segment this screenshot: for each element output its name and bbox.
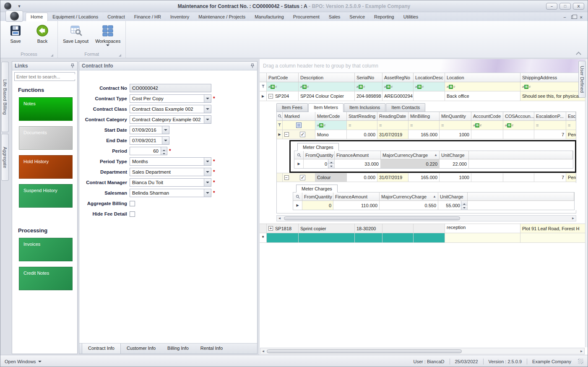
marked-checkbox-cell[interactable]: ✓ <box>290 173 315 182</box>
scroll-right-icon[interactable]: ► <box>571 216 575 220</box>
cell-minbilling[interactable]: 165.000 <box>408 173 440 182</box>
open-windows-button[interactable]: Open Windows <box>5 355 47 367</box>
new-cell-serialno[interactable] <box>355 233 382 242</box>
pin-icon[interactable] <box>70 63 75 68</box>
new-cell-location[interactable] <box>445 233 520 242</box>
column-header-cosaccount[interactable]: COSAccoun... <box>503 112 534 120</box>
period-spinner[interactable]: 60 <box>130 147 167 155</box>
start-date-picker[interactable]: 07/09/2016 <box>130 126 169 134</box>
dropdown-arrow-icon[interactable] <box>162 137 169 144</box>
cell-serialno[interactable]: 18-30200 <box>355 224 382 233</box>
column-header-readingdate[interactable]: ReadingDate <box>377 112 408 120</box>
cell-description[interactable]: Sprint copier <box>299 224 355 233</box>
documents-button[interactable]: Documents <box>19 126 73 150</box>
cell-metercode[interactable]: Mono <box>315 130 347 139</box>
column-header-location[interactable]: Location <box>445 73 520 82</box>
filter-cell-marked[interactable] <box>283 121 315 130</box>
mdi-restore-button[interactable] <box>571 16 575 19</box>
new-cell-partcode[interactable] <box>267 233 299 242</box>
filter-cell-escalationp[interactable]: = <box>534 121 566 130</box>
dropdown-arrow-icon[interactable] <box>204 189 211 197</box>
spin-buttons-icon[interactable] <box>328 159 334 168</box>
dropdown-arrow-icon[interactable] <box>204 168 211 176</box>
collapse-ribbon-icon[interactable] <box>576 52 581 55</box>
cell-location[interactable]: Back office <box>445 91 520 101</box>
tab-customer-info[interactable]: Customer Info <box>121 344 161 354</box>
cell-shippingaddress[interactable]: Should see this, for physical <box>520 91 588 101</box>
scrollbar-thumb[interactable] <box>284 216 460 220</box>
column-header-financeamount[interactable]: FinanceAmount <box>333 193 380 200</box>
marked-filter-checkbox[interactable] <box>296 122 302 128</box>
cell-majorcurrencycharge[interactable]: 0.220 <box>381 159 440 168</box>
cell-locationdesc[interactable] <box>414 224 445 233</box>
filter-cell-metercode[interactable]: aBc <box>315 121 347 130</box>
ribbon-tab-finance-hr[interactable]: Finance / HR <box>130 13 166 21</box>
marked-checkbox[interactable]: ✓ <box>300 132 305 137</box>
tab-item-meters[interactable]: Item Meters <box>308 103 343 112</box>
cell-accountcode[interactable] <box>471 130 503 139</box>
column-header-locationdesc[interactable]: LocationDesc <box>414 73 445 82</box>
scrollbar-thumb[interactable] <box>267 349 462 353</box>
cell-location[interactable]: reception <box>445 224 520 233</box>
new-cell-locationdesc[interactable] <box>414 233 445 242</box>
equipment-row-sp1818[interactable]: +SP1818 Sprint copier 18-30200 reception… <box>260 224 588 233</box>
cell-locationdesc[interactable] <box>414 91 445 101</box>
cell-minbilling[interactable]: 165.000 <box>408 130 440 139</box>
expand-row-icon[interactable]: + <box>268 226 273 231</box>
cell-escalationp[interactable]: 7 <box>534 173 566 182</box>
dropdown-arrow-icon[interactable] <box>204 105 211 113</box>
hold-history-button[interactable]: Hold History <box>19 155 73 179</box>
spin-buttons-icon[interactable] <box>161 147 167 155</box>
cell-cosaccount[interactable] <box>503 173 534 182</box>
suspend-history-button[interactable]: Suspend History <box>19 184 73 208</box>
pin-icon[interactable] <box>250 63 255 68</box>
cell-readingdate[interactable]: 31/07/2019 <box>377 173 408 182</box>
tab-meter-charges[interactable]: Meter Charges <box>297 143 339 151</box>
column-header-minquantity[interactable]: MinQuantity <box>440 112 471 120</box>
ribbon-tab-utilities[interactable]: Utilities <box>399 13 423 21</box>
cell-minquantity[interactable]: 1000 <box>440 173 471 182</box>
ribbon-tab-contract[interactable]: Contract <box>103 13 130 21</box>
save-button[interactable]: Save <box>4 23 27 44</box>
column-header-minbilling[interactable]: MinBilling <box>408 112 440 120</box>
filter-cell-cosaccount[interactable]: aBc <box>503 121 534 130</box>
contract-class-dropdown[interactable]: Contract Class Example 002 <box>130 105 211 113</box>
ribbon-tab-inventory[interactable]: Inventory <box>166 13 194 21</box>
cell-escalationp[interactable]: 7 <box>534 130 566 139</box>
dropdown-arrow-icon[interactable] <box>204 158 211 165</box>
filter-cell-shippingaddress[interactable]: aBc <box>520 82 588 91</box>
mdi-close-button[interactable]: × <box>580 15 583 20</box>
column-header-startreading[interactable]: StartReading <box>347 112 377 120</box>
column-header-esca[interactable]: Esca <box>566 112 576 120</box>
cell-shippingaddress[interactable]: Plot 91 Leaf Road, Forest H <box>520 224 588 233</box>
cell-cosaccount[interactable] <box>503 130 534 139</box>
dialog-launcher-icon[interactable] <box>119 54 121 57</box>
credit-notes-button[interactable]: Credit Notes <box>19 267 73 290</box>
tab-item-fees[interactable]: Item Fees <box>276 103 308 112</box>
column-header-financeamount[interactable]: FinanceAmount <box>335 151 381 159</box>
filter-cell-assetregno[interactable]: aBc <box>382 82 414 91</box>
maximize-button[interactable]: □ <box>559 3 571 10</box>
links-search-input[interactable] <box>16 74 76 79</box>
filter-cell-minquantity[interactable]: = <box>440 121 471 130</box>
column-header-majorcurrencycharge[interactable]: MajorCurrencyCharge▲ <box>380 193 438 200</box>
invoices-button[interactable]: Invoices <box>19 238 73 261</box>
search-icon[interactable] <box>293 193 302 200</box>
salesman-dropdown[interactable]: Belinda Sharman <box>130 189 211 197</box>
collapse-row-icon[interactable]: − <box>268 94 273 99</box>
grid-horizontal-scrollbar[interactable]: ◄ ► <box>260 348 585 354</box>
cell-readingdate[interactable]: 31/07/2019 <box>377 130 408 139</box>
notes-button[interactable]: Notes <box>19 97 73 121</box>
cell-minquantity[interactable]: 1000 <box>440 130 471 139</box>
cell-partcode[interactable]: −SP204 <box>267 91 299 101</box>
ribbon-tab-reporting[interactable]: Reporting <box>369 13 399 21</box>
minimize-button[interactable]: – <box>546 3 557 10</box>
scroll-right-icon[interactable]: ► <box>580 349 583 353</box>
aggregate-billing-checkbox[interactable] <box>130 201 135 206</box>
quick-access-toolbar-arrow-icon[interactable]: ▼ <box>17 4 21 8</box>
filter-cell-startreading[interactable]: = <box>347 121 377 130</box>
edge-tab-aggregate[interactable]: Aggregate <box>1 134 9 181</box>
column-header-fromquantity[interactable]: FromQuantity <box>304 151 335 159</box>
column-header-description[interactable]: Description <box>299 73 355 82</box>
ribbon-tab-manufacturing[interactable]: Manufacturing <box>250 13 289 21</box>
